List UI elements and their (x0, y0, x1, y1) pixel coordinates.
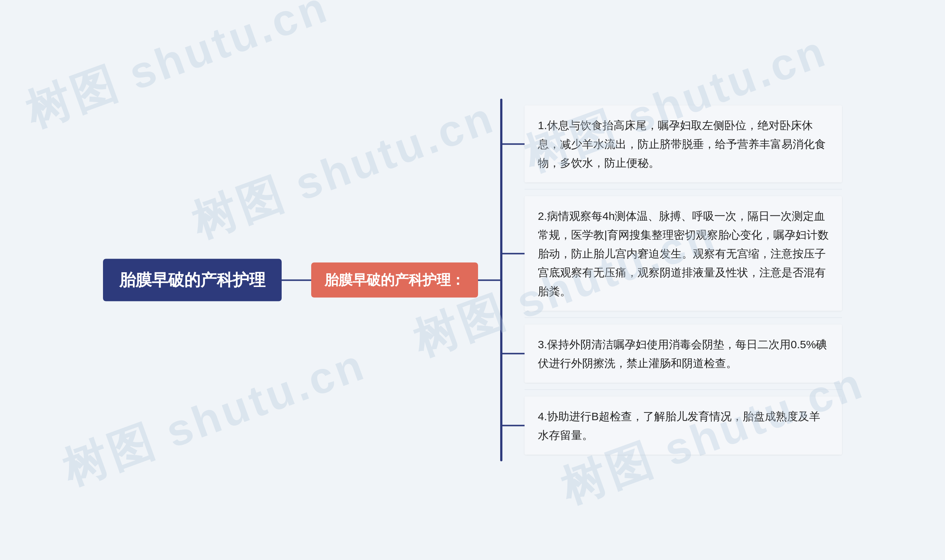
branch-node: 胎膜早破的产科护理： (311, 263, 478, 298)
card-connector-1 (503, 143, 524, 145)
card-row-2: 2.病情观察每4h测体温、脉搏、呼吸一次，隔日一次测定血常规，医学教|育网搜集整… (503, 189, 842, 318)
mindmap-container: 胎膜早破的产科护理 胎膜早破的产科护理： 1.休息与饮食抬高床尾，嘱孕妇取左侧卧… (103, 99, 842, 462)
card-row-3: 3.保持外阴清洁嘱孕妇使用消毒会阴垫，每日二次用0.5%碘伏进行外阴擦洗，禁止灌… (503, 318, 842, 389)
bracket-section: 1.休息与饮食抬高床尾，嘱孕妇取左侧卧位，绝对卧床休息，减少羊水流出，防止脐带脱… (500, 99, 842, 462)
card-row-1: 1.休息与饮食抬高床尾，嘱孕妇取左侧卧位，绝对卧床休息，减少羊水流出，防止脐带脱… (503, 99, 842, 189)
card-row-4: 4.协助进行B超检查，了解胎儿发育情况，胎盘成熟度及羊水存留量。 (503, 390, 842, 462)
root-node: 胎膜早破的产科护理 (103, 259, 282, 302)
root-to-branch-connector (282, 279, 311, 281)
card-2: 2.病情观察每4h测体温、脉搏、呼吸一次，隔日一次测定血常规，医学教|育网搜集整… (524, 196, 842, 311)
cards-column: 1.休息与饮食抬高床尾，嘱孕妇取左侧卧位，绝对卧床休息，减少羊水流出，防止脐带脱… (503, 99, 842, 462)
card-connector-4 (503, 425, 524, 426)
card-4: 4.协助进行B超检查，了解胎儿发育情况，胎盘成熟度及羊水存留量。 (524, 397, 842, 455)
branch-to-bracket-connector (478, 279, 500, 281)
card-connector-3 (503, 353, 524, 354)
card-3: 3.保持外阴清洁嘱孕妇使用消毒会阴垫，每日二次用0.5%碘伏进行外阴擦洗，禁止灌… (524, 325, 842, 383)
card-connector-2 (503, 253, 524, 254)
card-1: 1.休息与饮食抬高床尾，嘱孕妇取左侧卧位，绝对卧床休息，减少羊水流出，防止脐带脱… (524, 106, 842, 183)
